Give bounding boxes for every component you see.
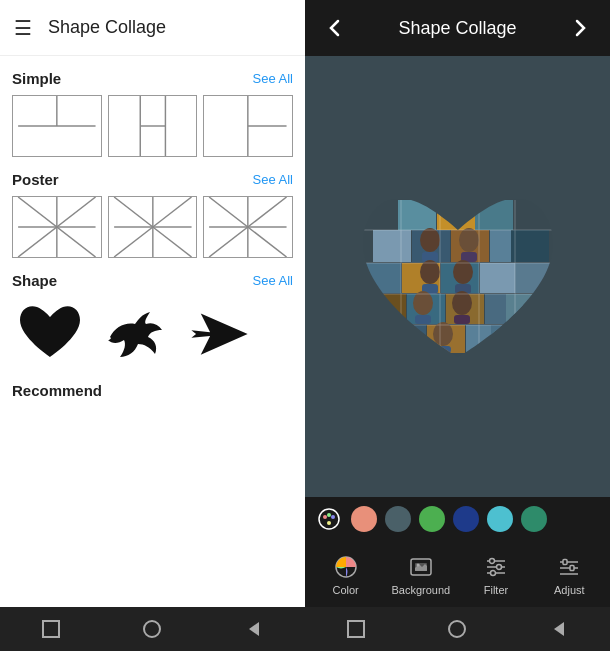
svg-point-60 <box>413 291 433 315</box>
svg-rect-43 <box>368 294 406 324</box>
simple-layout-1[interactable] <box>12 95 102 157</box>
svg-rect-41 <box>480 263 518 293</box>
shape-heart[interactable] <box>12 297 87 372</box>
adjust-icon <box>555 553 583 581</box>
right-toolbar: Color Background <box>305 541 610 607</box>
color-dot-6[interactable] <box>521 506 547 532</box>
filter-label: Filter <box>484 584 508 596</box>
right-nav-square[interactable] <box>342 615 370 643</box>
left-title: Shape Collage <box>48 17 166 38</box>
back-arrow-icon[interactable] <box>319 12 351 44</box>
toolbar-background[interactable]: Background <box>391 553 450 596</box>
svg-point-77 <box>331 515 335 519</box>
svg-rect-42 <box>515 263 553 293</box>
heart-collage <box>343 172 573 382</box>
toolbar-color[interactable]: Color <box>318 553 373 596</box>
svg-rect-27 <box>43 621 59 637</box>
shape-title: Shape <box>12 272 57 289</box>
color-dot-5[interactable] <box>487 506 513 532</box>
simple-layouts <box>12 95 293 157</box>
left-panel: ☰ Shape Collage Custom Simple See All <box>0 0 305 651</box>
svg-rect-65 <box>435 346 451 353</box>
poster-layout-2[interactable] <box>108 196 198 258</box>
poster-layout-3[interactable] <box>203 196 293 258</box>
svg-point-95 <box>449 621 465 637</box>
svg-point-76 <box>327 513 331 517</box>
forward-arrow-icon[interactable] <box>564 12 596 44</box>
color-dot-4[interactable] <box>453 506 479 532</box>
svg-point-78 <box>327 521 331 525</box>
recommend-section-header: Recommend <box>12 382 293 399</box>
color-bar <box>305 497 610 541</box>
toolbar-filter[interactable]: Filter <box>469 553 524 596</box>
svg-point-75 <box>323 515 327 519</box>
svg-point-74 <box>319 509 339 529</box>
svg-point-64 <box>433 322 453 346</box>
svg-rect-51 <box>491 325 519 353</box>
svg-point-56 <box>420 260 440 284</box>
svg-point-86 <box>490 558 495 563</box>
hamburger-icon[interactable]: ☰ <box>14 16 32 40</box>
left-nav-back[interactable] <box>240 615 268 643</box>
svg-rect-37 <box>511 230 549 262</box>
simple-section-header: Simple See All <box>12 70 293 87</box>
right-panel: Shape Collage <box>305 0 610 651</box>
color-icon <box>332 553 360 581</box>
svg-rect-63 <box>454 315 470 324</box>
svg-rect-48 <box>388 325 426 353</box>
toolbar-adjust[interactable]: Adjust <box>542 553 597 596</box>
background-icon <box>407 553 435 581</box>
simple-section: Simple See All <box>12 70 293 157</box>
svg-rect-61 <box>415 315 431 324</box>
left-nav-square[interactable] <box>37 615 65 643</box>
shape-section: Shape See All <box>12 272 293 372</box>
svg-rect-38 <box>363 263 401 293</box>
left-navbar <box>0 607 305 651</box>
right-title: Shape Collage <box>398 18 516 39</box>
right-nav-back[interactable] <box>545 615 573 643</box>
svg-point-58 <box>453 260 473 284</box>
simple-layout-3[interactable] <box>203 95 293 157</box>
svg-rect-93 <box>570 565 574 570</box>
svg-point-54 <box>459 228 479 252</box>
left-nav-circle[interactable] <box>138 615 166 643</box>
poster-layouts <box>12 196 293 258</box>
svg-rect-30 <box>398 200 436 230</box>
palette-icon[interactable] <box>315 505 343 533</box>
filter-icon <box>482 553 510 581</box>
adjust-label: Adjust <box>554 584 585 596</box>
left-header: ☰ Shape Collage <box>0 0 305 56</box>
left-content: Simple See All <box>0 56 305 607</box>
collage-area <box>305 56 610 497</box>
poster-section-header: Poster See All <box>12 171 293 188</box>
background-label: Background <box>391 584 450 596</box>
shape-bird[interactable] <box>97 297 172 372</box>
shape-airplane[interactable] <box>182 297 257 372</box>
poster-section: Poster See All <box>12 171 293 258</box>
svg-marker-29 <box>249 622 259 636</box>
color-dot-2[interactable] <box>385 506 411 532</box>
svg-marker-96 <box>554 622 564 636</box>
svg-rect-47 <box>506 294 544 324</box>
recommend-section: Recommend <box>12 382 293 399</box>
recommend-title: Recommend <box>12 382 102 399</box>
poster-see-all[interactable]: See All <box>253 172 293 187</box>
shape-see-all[interactable]: See All <box>253 273 293 288</box>
poster-layout-1[interactable] <box>12 196 102 258</box>
svg-rect-50 <box>466 325 504 353</box>
right-nav-circle[interactable] <box>443 615 471 643</box>
svg-rect-94 <box>348 621 364 637</box>
color-dot-1[interactable] <box>351 506 377 532</box>
simple-see-all[interactable]: See All <box>253 71 293 86</box>
svg-point-28 <box>144 621 160 637</box>
color-dot-3[interactable] <box>419 506 445 532</box>
heart-collage-container <box>343 172 573 382</box>
svg-rect-31 <box>437 200 475 230</box>
svg-point-62 <box>452 291 472 315</box>
svg-rect-33 <box>373 230 411 262</box>
right-navbar <box>305 607 610 651</box>
poster-title: Poster <box>12 171 59 188</box>
svg-point-87 <box>497 564 502 569</box>
simple-layout-2[interactable] <box>108 95 198 157</box>
svg-rect-92 <box>563 559 567 564</box>
